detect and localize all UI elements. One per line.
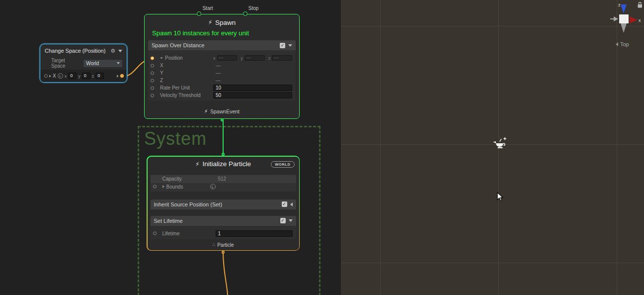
grid-line (341, 263, 644, 263)
y-row-value: — (216, 70, 221, 76)
start-flow-port[interactable] (197, 11, 201, 16)
x-row[interactable]: X — (148, 62, 296, 69)
chevron-left-icon[interactable] (290, 202, 293, 206)
block-title: Set Lifetime (154, 218, 278, 224)
expand-icon[interactable] (49, 75, 51, 78)
change-space-header[interactable]: Change Space (Position) ⚙ (40, 44, 127, 57)
position-input-port[interactable] (151, 56, 154, 60)
position-x: x— (213, 55, 237, 61)
world-space-badge[interactable]: WORLD (271, 161, 294, 168)
y-axis-label: y (78, 74, 80, 79)
view-orientation-label[interactable]: Top (616, 41, 629, 47)
capacity-row[interactable]: Capacity 512 (151, 175, 296, 183)
spawn-node-header[interactable]: ⚡ Spawn (145, 16, 299, 29)
z-field[interactable]: 0 (95, 73, 104, 79)
block-header[interactable]: Inherit Source Position (Set) ✓ (151, 199, 296, 209)
chevron-down-icon[interactable] (118, 50, 122, 52)
position-output-port[interactable] (120, 74, 124, 78)
y-row[interactable]: Y — (148, 69, 296, 77)
block-enabled-checkbox[interactable]: ✓ (280, 218, 286, 223)
position-xyz-fields: x— y— z— (213, 55, 292, 61)
velocity-input-port[interactable] (151, 94, 154, 97)
rate-input-port[interactable] (151, 86, 154, 90)
expand-icon[interactable] (162, 185, 164, 188)
block-enabled-checkbox[interactable]: ✓ (280, 43, 285, 48)
particle-icon: ∴ (212, 243, 215, 247)
x-field[interactable]: 0 (68, 73, 77, 79)
position-y: y— (241, 55, 264, 61)
block-header[interactable]: Set Lifetime ✓ (151, 216, 296, 226)
chevron-down-icon[interactable] (288, 44, 292, 47)
velocity-label: Velocity Threshold (160, 93, 201, 98)
dropdown-arrow-icon (117, 62, 120, 64)
scene-view[interactable]: z x Top (341, 0, 644, 295)
stop-flow-port[interactable] (243, 11, 247, 16)
lifetime-field[interactable]: 1 (216, 230, 293, 237)
initialize-particle-node[interactable]: ⚡ Initialize Particle WORLD Capacity 512… (147, 156, 300, 251)
target-space-label: Target Space (51, 58, 80, 69)
vfx-graph-canvas[interactable]: System Start Stop ⚡ Spawn Spawn 10 insta… (0, 0, 341, 295)
block-enabled-checkbox[interactable]: ✓ (282, 201, 287, 207)
z-row[interactable]: Z — (148, 77, 296, 84)
lifetime-row[interactable]: Lifetime 1 (151, 230, 296, 237)
position-row[interactable]: Position x— y— z— (148, 54, 296, 62)
block-title: Spawn Over Distance (152, 42, 278, 48)
z-input-port[interactable] (151, 79, 154, 82)
x-input-port[interactable] (44, 74, 48, 78)
velocity-field[interactable]: 50 (213, 92, 292, 98)
bounds-row[interactable]: Bounds L (151, 183, 296, 191)
rate-per-unit-row[interactable]: Rate Per Unit 10 (148, 84, 296, 92)
initialize-settings: Capacity 512 Bounds L (151, 175, 296, 192)
minus-x-axis-cone[interactable] (614, 16, 618, 21)
particle-output-flow-port[interactable] (222, 251, 225, 254)
y-axis-cone[interactable] (621, 23, 627, 33)
target-space-dropdown[interactable]: World (83, 59, 123, 68)
x-axis-cone[interactable] (630, 16, 638, 23)
set-lifetime-block[interactable]: Set Lifetime ✓ Lifetime 1 (151, 216, 296, 239)
orientation-gizmo[interactable]: z x (607, 0, 644, 39)
initialize-input-flow-port[interactable] (222, 153, 225, 156)
lifetime-input-port[interactable] (153, 232, 157, 235)
lock-icon[interactable] (638, 4, 643, 8)
local-space-icon[interactable]: L (58, 73, 63, 79)
x-row-label: X (160, 63, 163, 68)
spawn-node-title: Spawn (215, 19, 236, 26)
position-y-field[interactable]: — (244, 55, 265, 61)
local-space-icon[interactable]: L (210, 184, 216, 190)
rate-field[interactable]: 10 (213, 85, 292, 91)
capacity-label: Capacity (162, 176, 182, 182)
chevron-down-icon[interactable] (289, 219, 293, 222)
system-group-title: System (144, 128, 207, 149)
particle-output-label: Particle (217, 242, 234, 248)
target-space-value: World (86, 61, 99, 66)
y-field[interactable]: 0 (82, 73, 90, 79)
position-x-field[interactable]: — (217, 55, 238, 61)
change-space-title: Change Space (Position) (45, 48, 107, 54)
bounds-label: Bounds (166, 184, 183, 190)
z-row-label: Z (160, 78, 163, 83)
bounds-input-port[interactable] (153, 185, 157, 189)
block-header[interactable]: Spawn Over Distance ✓ (148, 40, 296, 50)
z-axis-cone[interactable] (621, 4, 627, 13)
y-input-port[interactable] (151, 71, 154, 75)
vfx-lamp-gizmo-icon[interactable] (491, 135, 508, 152)
inherit-source-position-block[interactable]: Inherit Source Position (Set) ✓ (151, 199, 296, 209)
change-space-node[interactable]: Change Space (Position) ⚙ Target Space W… (40, 44, 127, 83)
lifetime-label: Lifetime (162, 231, 180, 236)
target-space-row: Target Space World (40, 57, 127, 69)
gizmo-cube[interactable] (619, 14, 629, 23)
gear-icon[interactable]: ⚙ (110, 48, 115, 54)
y-row-label: Y (160, 70, 163, 76)
y-axis-label: y (241, 56, 243, 61)
spawnevent-flow-port[interactable] (221, 118, 224, 121)
capacity-value[interactable]: 512 (218, 176, 227, 182)
x-input-port[interactable] (151, 64, 154, 67)
position-label: Position (165, 55, 183, 61)
spawn-over-distance-block[interactable]: Spawn Over Distance ✓ Position x— y— z— (148, 40, 296, 101)
expand-icon[interactable] (160, 57, 163, 59)
spawn-node[interactable]: Start Stop ⚡ Spawn Spawn 10 instances fo… (144, 14, 300, 119)
spawn-event-output: ⚡ SpawnEvent (145, 108, 299, 114)
position-z-field[interactable]: — (272, 55, 292, 61)
lock-icon[interactable] (639, 2, 642, 4)
velocity-threshold-row[interactable]: Velocity Threshold 50 (148, 92, 296, 99)
